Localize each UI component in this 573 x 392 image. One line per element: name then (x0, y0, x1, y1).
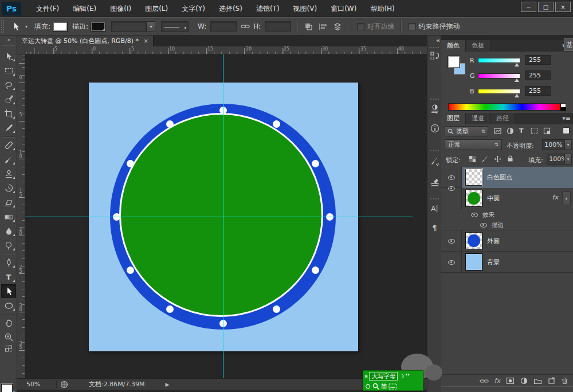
filter-smart-objects-icon[interactable] (543, 127, 551, 135)
horizontal-guide[interactable] (25, 217, 413, 217)
link-layers-icon[interactable] (480, 378, 489, 384)
layer-thumbnail[interactable] (465, 232, 482, 249)
eraser-tool[interactable] (1, 195, 16, 209)
filtering-toggle[interactable] (563, 127, 570, 134)
layer-style-icon[interactable]: fx (494, 377, 500, 385)
red-slider-thumb[interactable] (515, 63, 519, 66)
expand-panels-icon[interactable]: « (436, 37, 440, 44)
menu-view[interactable]: 视图(V) (286, 0, 324, 17)
tab-close-icon[interactable]: × (143, 37, 148, 45)
horizontal-ruler[interactable]: 5 0 5 10 15 20 25 30 35 40 (25, 46, 427, 54)
filter-pixel-layers-icon[interactable] (494, 127, 501, 135)
zoom-level-field[interactable]: 50% (26, 381, 53, 388)
path-arrangement-icon[interactable] (333, 22, 342, 31)
hand-tool[interactable] (1, 316, 16, 330)
collapse-effects-caret[interactable]: ▴ (562, 191, 571, 205)
path-selection-tool[interactable] (1, 284, 16, 298)
filter-shape-layers-icon[interactable] (531, 127, 538, 135)
type-tool[interactable]: T (1, 270, 16, 284)
collapse-tools-icon[interactable]: » (0, 37, 17, 42)
gradient-tool[interactable] (1, 210, 16, 224)
visibility-eye-icon[interactable] (441, 188, 462, 209)
layer-thumbnail[interactable] (465, 253, 482, 271)
green-slider[interactable] (478, 73, 520, 79)
stroke-type-dropdown[interactable]: ▾ (161, 21, 189, 32)
path-alignment-icon[interactable] (319, 22, 327, 31)
add-layer-mask-icon[interactable] (506, 377, 515, 385)
fill-swatch[interactable] (53, 22, 68, 32)
layer-row-middle-circle[interactable]: 中圆 fx ▴ 效果 描边 (441, 188, 573, 230)
tab-paths[interactable]: 路径 (490, 113, 515, 124)
blur-tool[interactable] (1, 224, 16, 238)
clone-stamp-tool[interactable] (1, 167, 16, 181)
history-panel-icon[interactable] (429, 50, 440, 61)
menu-edit[interactable]: 编辑(E) (66, 0, 103, 17)
info-panel-icon[interactable] (429, 123, 440, 134)
menu-type[interactable]: 文字(Y) (175, 0, 212, 17)
delete-layer-icon[interactable] (561, 377, 568, 385)
new-layer-icon[interactable] (548, 377, 555, 385)
red-slider[interactable] (478, 58, 520, 63)
spectrum-black-chip[interactable] (560, 107, 566, 111)
paragraph-panel-icon[interactable]: ¶ (429, 222, 440, 233)
effect-eye-icon[interactable] (480, 223, 487, 228)
visibility-eye-icon[interactable] (441, 167, 462, 188)
eyedropper-tool[interactable] (1, 121, 16, 135)
history-brush-tool[interactable] (1, 181, 16, 195)
height-input[interactable] (265, 21, 291, 32)
tab-swatches[interactable]: 色板 (466, 40, 490, 52)
brush-tool[interactable] (1, 152, 16, 166)
stroke-effect-subrow[interactable]: 描边 (441, 220, 573, 230)
ime-search-icon[interactable] (372, 383, 380, 390)
marquee-tool[interactable] (1, 64, 16, 77)
width-input[interactable] (210, 21, 237, 32)
options-grip[interactable] (1, 20, 4, 33)
ime-hand-icon[interactable] (364, 383, 371, 390)
blue-value-field[interactable]: 255 (525, 86, 551, 96)
ime-punctuation-moon-icon[interactable]: ☽ (399, 373, 404, 379)
tool-presets-panel-icon[interactable] (429, 177, 440, 187)
fill-caret[interactable]: ▾ (564, 154, 572, 164)
layer-row-white-dots[interactable]: 白色圆点 (441, 167, 573, 188)
ellipse-shape-tool[interactable] (1, 299, 16, 312)
lock-transparency-icon[interactable] (469, 155, 476, 164)
close-button[interactable]: × (555, 2, 571, 12)
ime-simplified-toggle[interactable]: 简 (381, 382, 387, 391)
status-options-icon[interactable]: ▶ (165, 382, 169, 387)
menu-filter[interactable]: 滤镜(T) (249, 0, 286, 17)
align-edges-checkbox[interactable] (357, 23, 364, 30)
crop-tool[interactable] (1, 107, 16, 120)
ime-collapse-icon[interactable]: « (363, 374, 370, 378)
ime-keyboard-icon[interactable] (388, 383, 397, 390)
adjustments-panel-icon[interactable] (429, 103, 440, 114)
new-adjustment-layer-icon[interactable] (520, 377, 528, 385)
tab-color[interactable]: 颜色 (441, 40, 466, 52)
character-panel-icon[interactable]: A| (429, 203, 440, 214)
path-operations-icon[interactable] (304, 22, 313, 31)
menu-file[interactable]: 文件(F) (29, 0, 66, 17)
lasso-tool[interactable] (1, 78, 16, 92)
layer-row-background[interactable]: 背景 (441, 252, 573, 273)
lock-pixels-icon[interactable] (481, 155, 489, 163)
ime-quotes-icon[interactable]: ’’ (405, 373, 410, 379)
layer-thumbnail[interactable] (465, 168, 482, 186)
color-spectrum-ramp[interactable] (448, 103, 560, 111)
move-tool[interactable] (1, 49, 16, 63)
ime-caps-indicator[interactable]: 大写字母 (369, 372, 398, 381)
menu-help[interactable]: 帮助(H) (363, 0, 401, 17)
blue-slider[interactable] (478, 89, 520, 94)
workspace-switcher-button[interactable]: 基 (564, 38, 573, 51)
swap-colors-icon[interactable] (1, 344, 16, 353)
filter-adjustment-layers-icon[interactable] (507, 127, 514, 135)
document-tab[interactable]: 幸运大转盘 @ 50% (白色圆点, RGB/8) * × (17, 36, 154, 46)
dodge-tool[interactable] (1, 238, 16, 252)
layer-thumbnail[interactable] (465, 190, 482, 207)
tool-preset-caret[interactable]: ▾ (25, 24, 28, 29)
menu-image[interactable]: 图像(I) (103, 0, 138, 17)
quick-selection-tool[interactable] (1, 92, 16, 106)
menu-select[interactable]: 选择(S) (212, 0, 249, 17)
green-value-field[interactable]: 255 (525, 70, 551, 80)
brush-panel-icon[interactable] (429, 156, 440, 167)
stroke-swatch[interactable] (91, 22, 105, 32)
menu-layer[interactable]: 图层(L) (138, 0, 175, 17)
